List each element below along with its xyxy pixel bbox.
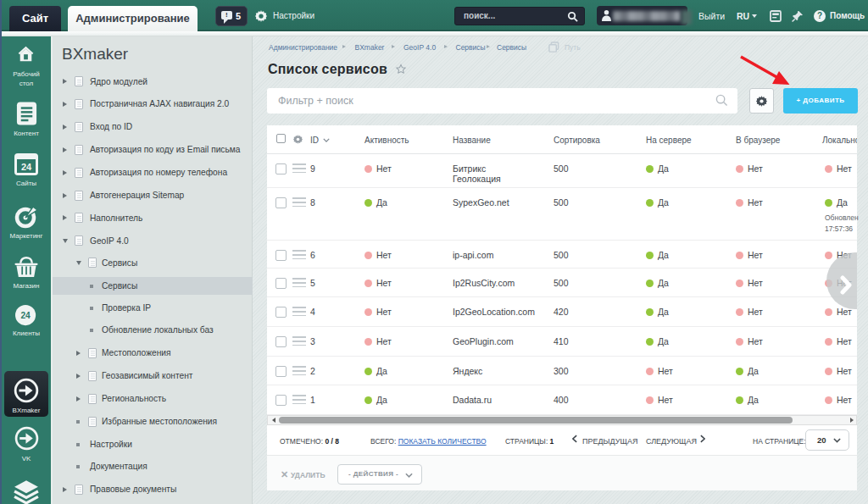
svg-text:24: 24 bbox=[21, 162, 32, 172]
svg-text:24: 24 bbox=[20, 311, 31, 320]
